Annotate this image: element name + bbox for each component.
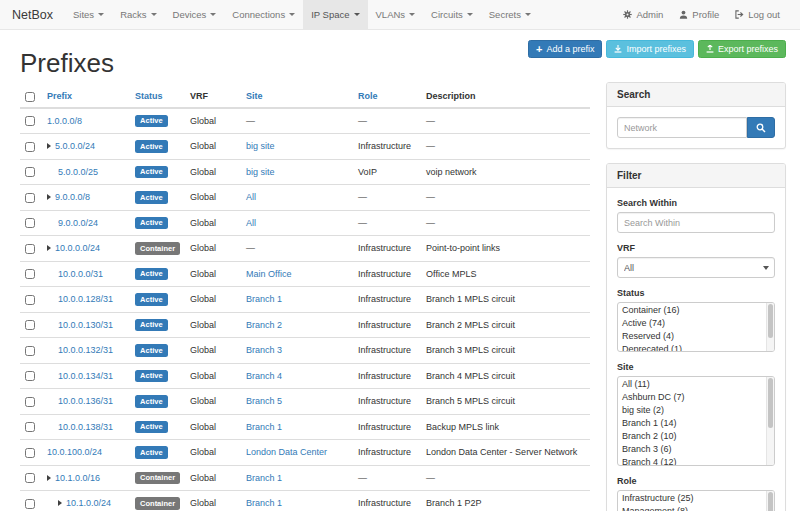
prefix-link[interactable]: 9.0.0.0/8: [55, 192, 90, 202]
prefix-link[interactable]: 9.0.0.0/24: [58, 218, 98, 228]
navbar: NetBox SitesRacksDevicesConnectionsIP Sp…: [0, 0, 800, 30]
row-checkbox[interactable]: [25, 422, 35, 432]
nav-item-secrets[interactable]: Secrets: [481, 0, 539, 29]
status-filter-select[interactable]: Container (16)Active (74)Reserved (4)Dep…: [617, 302, 775, 352]
site-link[interactable]: All: [246, 218, 256, 228]
scrollbar-thumb[interactable]: [768, 304, 773, 338]
prefix-link[interactable]: 5.0.0.0/25: [58, 167, 98, 177]
search-within-input[interactable]: [617, 212, 775, 233]
site-link[interactable]: Branch 3: [246, 345, 282, 355]
site-link[interactable]: Branch 1: [246, 422, 282, 432]
expand-children-icon: [47, 245, 51, 251]
column-header-status[interactable]: Status: [130, 87, 185, 108]
scrollbar-thumb[interactable]: [768, 378, 773, 428]
column-header-site[interactable]: Site: [241, 87, 353, 108]
row-checkbox[interactable]: [25, 371, 35, 381]
site-link[interactable]: Branch 1: [246, 294, 282, 304]
site-filter-option[interactable]: Branch 4 (12): [618, 456, 774, 466]
role-cell: VoIP: [353, 159, 421, 185]
site-filter-option[interactable]: All (11): [618, 378, 774, 391]
import-prefixes-button[interactable]: Import prefixes: [606, 40, 694, 58]
site-filter-option[interactable]: Branch 3 (6): [618, 443, 774, 456]
site-filter-select[interactable]: All (11)Ashburn DC (7)big site (2)Branch…: [617, 376, 775, 466]
site-link[interactable]: All: [246, 192, 256, 202]
nav-item-sites[interactable]: Sites: [65, 0, 112, 29]
row-checkbox[interactable]: [25, 320, 35, 330]
vrf-select[interactable]: All: [617, 257, 775, 278]
row-checkbox[interactable]: [25, 397, 35, 407]
prefix-link[interactable]: 10.0.0.134/31: [58, 371, 113, 381]
row-checkbox[interactable]: [25, 167, 35, 177]
role-filter-option[interactable]: Management (8): [618, 505, 774, 511]
prefix-link[interactable]: 10.0.0.130/31: [58, 320, 113, 330]
site-link[interactable]: London Data Center: [246, 447, 327, 457]
role-filter-scrollbar[interactable]: [766, 491, 774, 511]
site-link[interactable]: Branch 1: [246, 498, 282, 508]
column-header-prefix[interactable]: Prefix: [42, 87, 130, 108]
status-filter-option[interactable]: Active (74): [618, 317, 774, 330]
site-filter-option[interactable]: Branch 2 (10): [618, 430, 774, 443]
nav-item-devices[interactable]: Devices: [165, 0, 225, 29]
status-filter-option[interactable]: Container (16): [618, 304, 774, 317]
vrf-cell: Global: [185, 363, 241, 389]
site-link[interactable]: Main Office: [246, 269, 291, 279]
site-filter-option[interactable]: big site (2): [618, 404, 774, 417]
role-filter-select[interactable]: Infrastructure (25)Management (8)Private…: [617, 490, 775, 511]
prefix-link[interactable]: 10.1.0.0/16: [55, 473, 100, 483]
nav-item-admin[interactable]: Admin: [615, 0, 671, 29]
site-link[interactable]: Branch 4: [246, 371, 282, 381]
prefix-link[interactable]: 1.0.0.0/8: [47, 116, 82, 126]
nav-item-circuits[interactable]: Circuits: [423, 0, 481, 29]
role-cell: Infrastructure: [353, 134, 421, 160]
prefix-link[interactable]: 10.0.0.136/31: [58, 396, 113, 406]
export-prefixes-button[interactable]: Export prefixes: [698, 40, 786, 58]
site-link[interactable]: Branch 1: [246, 473, 282, 483]
status-filter-scrollbar[interactable]: [766, 303, 774, 351]
prefix-link[interactable]: 10.0.0.128/31: [58, 294, 113, 304]
site-filter-option[interactable]: Branch 1 (14): [618, 417, 774, 430]
row-checkbox[interactable]: [25, 295, 35, 305]
row-checkbox[interactable]: [25, 142, 35, 152]
prefix-link[interactable]: 10.0.0.0/31: [58, 269, 103, 279]
site-filter-scrollbar[interactable]: [766, 377, 774, 465]
column-header-role[interactable]: Role: [353, 87, 421, 108]
search-button[interactable]: [747, 117, 775, 138]
site-link[interactable]: big site: [246, 141, 275, 151]
site-link[interactable]: big site: [246, 167, 275, 177]
nav-item-profile[interactable]: Profile: [671, 0, 727, 29]
site-link[interactable]: Branch 2: [246, 320, 282, 330]
prefix-link[interactable]: 10.0.0.0/24: [55, 243, 100, 253]
nav-item-vlans[interactable]: VLANs: [368, 0, 424, 29]
gear-icon: [623, 10, 632, 19]
prefix-link[interactable]: 10.0.0.132/31: [58, 345, 113, 355]
status-filter-option[interactable]: Reserved (4): [618, 330, 774, 343]
prefix-link[interactable]: 10.0.0.138/31: [58, 422, 113, 432]
row-checkbox[interactable]: [25, 193, 35, 203]
scrollbar-thumb[interactable]: [768, 492, 773, 511]
nav-item-log-out[interactable]: Log out: [727, 0, 788, 29]
prefix-link[interactable]: 10.0.100.0/24: [47, 447, 102, 457]
status-filter-option[interactable]: Deprecated (1): [618, 343, 774, 352]
prefix-link[interactable]: 10.1.0.0/24: [66, 498, 111, 508]
row-checkbox[interactable]: [25, 473, 35, 483]
role-filter-option[interactable]: Infrastructure (25): [618, 492, 774, 505]
table-row: 9.0.0.0/24ActiveGlobalAll——: [20, 210, 590, 236]
select-all-checkbox[interactable]: [25, 92, 35, 102]
search-input[interactable]: [617, 117, 747, 138]
nav-item-ip-space[interactable]: IP Space: [303, 0, 367, 29]
row-checkbox[interactable]: [25, 499, 35, 509]
app-brand[interactable]: NetBox: [12, 0, 65, 29]
row-checkbox[interactable]: [25, 244, 35, 254]
prefix-cell: 5.0.0.0/25: [42, 159, 130, 185]
row-checkbox[interactable]: [25, 448, 35, 458]
site-filter-option[interactable]: Ashburn DC (7): [618, 391, 774, 404]
row-checkbox[interactable]: [25, 346, 35, 356]
nav-item-racks[interactable]: Racks: [112, 0, 164, 29]
site-link[interactable]: Branch 5: [246, 396, 282, 406]
row-checkbox[interactable]: [25, 269, 35, 279]
site-cell: Main Office: [241, 261, 353, 287]
prefix-link[interactable]: 5.0.0.0/24: [55, 141, 95, 151]
row-checkbox[interactable]: [25, 218, 35, 228]
row-checkbox[interactable]: [25, 116, 35, 126]
nav-item-connections[interactable]: Connections: [224, 0, 303, 29]
